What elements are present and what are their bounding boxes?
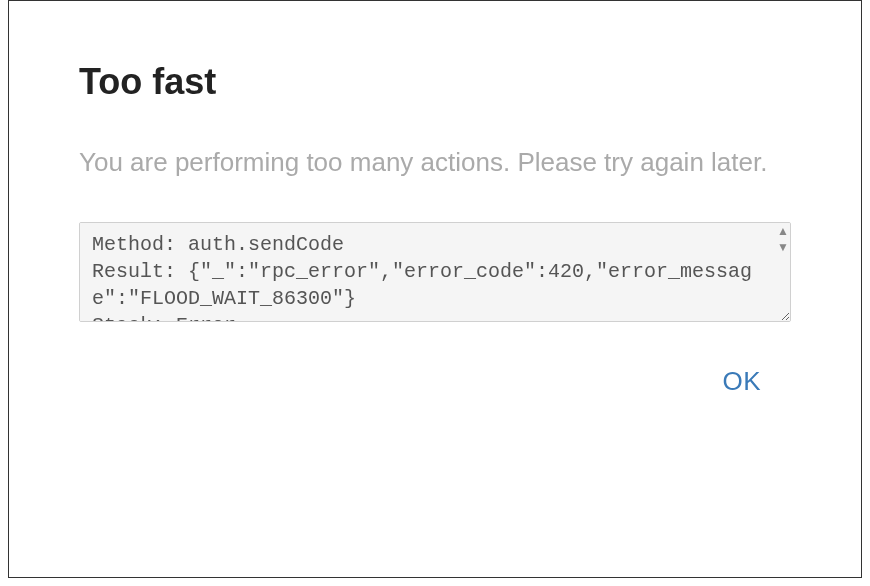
error-details-wrapper: ▲ ▼ <box>79 222 791 326</box>
ok-button[interactable]: OK <box>702 356 781 407</box>
dialog-actions: OK <box>79 356 791 407</box>
dialog-content: Too fast You are performing too many act… <box>9 1 861 437</box>
error-dialog: Too fast You are performing too many act… <box>8 0 862 578</box>
dialog-title: Too fast <box>79 61 791 103</box>
dialog-message: You are performing too many actions. Ple… <box>79 143 791 182</box>
error-details-textarea[interactable] <box>79 222 791 322</box>
